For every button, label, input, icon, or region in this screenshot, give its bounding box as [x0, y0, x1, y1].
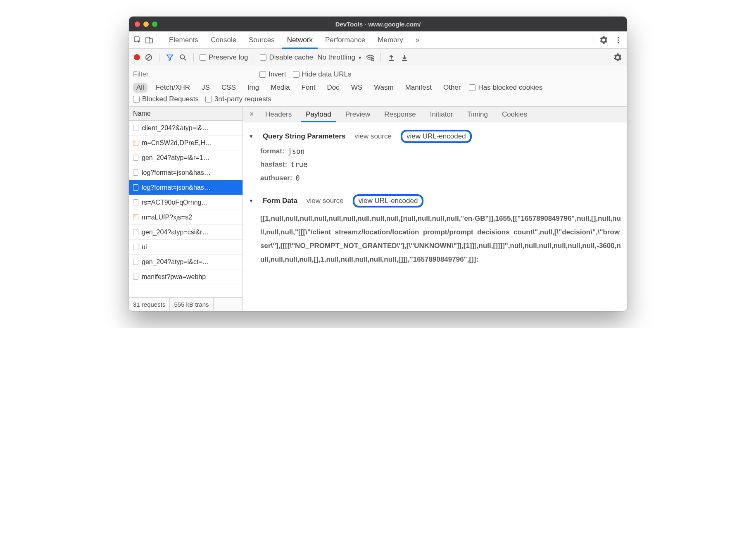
blocked-requests-checkbox[interactable]: Blocked Requests: [133, 95, 199, 103]
tab-sources[interactable]: Sources: [244, 31, 279, 48]
tab-elements[interactable]: Elements: [164, 31, 203, 48]
upload-har-icon[interactable]: [387, 53, 396, 62]
request-name: rs=ACT90oFqOrnng…: [142, 199, 208, 206]
search-icon[interactable]: [178, 53, 188, 62]
detail-tab-timing[interactable]: Timing: [462, 107, 492, 122]
checkbox-icon: [259, 71, 266, 78]
svg-point-5: [618, 42, 619, 43]
detail-tab-response[interactable]: Response: [379, 107, 421, 122]
filter-type-wasm[interactable]: Wasm: [371, 83, 397, 93]
request-row[interactable]: client_204?&atyp=i&…: [129, 121, 242, 136]
request-name: m=CnSW2d,DPreE,H…: [142, 139, 212, 147]
form-data-body: [[1,null,null,null,null,null,null,null,n…: [249, 209, 621, 267]
request-row[interactable]: ui: [129, 240, 242, 255]
invert-checkbox[interactable]: Invert: [259, 70, 286, 79]
query-param-row: authuser:0: [249, 172, 621, 185]
filter-type-media[interactable]: Media: [267, 83, 293, 93]
disclosure-triangle-icon[interactable]: ▼: [249, 198, 254, 204]
detail-tab-headers[interactable]: Headers: [260, 107, 297, 122]
separator: [159, 36, 159, 45]
request-name: gen_204?atyp=i&r=1…: [142, 154, 210, 162]
request-row[interactable]: manifest?pwa=webhp: [129, 270, 242, 284]
detail-tabbar: × Headers Payload Preview Response Initi…: [243, 107, 627, 122]
request-row[interactable]: gen_204?atyp=csi&r…: [129, 225, 242, 240]
settings-gear-icon[interactable]: [599, 36, 608, 45]
inspect-element-icon[interactable]: [133, 36, 142, 45]
form-view-source-link[interactable]: view source: [307, 197, 344, 205]
has-blocked-cookies-label: Has blocked cookies: [478, 83, 542, 92]
request-row[interactable]: m=CnSW2d,DPreE,H…: [129, 136, 242, 150]
minimize-window-button[interactable]: [143, 21, 149, 27]
query-view-url-encoded-link[interactable]: view URL-encoded: [401, 130, 472, 143]
detail-tab-initiator[interactable]: Initiator: [425, 107, 458, 122]
filter-type-other[interactable]: Other: [440, 83, 464, 93]
svg-point-3: [618, 37, 619, 38]
checkbox-icon: [200, 54, 206, 61]
download-har-icon[interactable]: [400, 53, 409, 62]
throttling-value: No throttling: [317, 53, 355, 62]
main-tabbar: Elements Console Sources Network Perform…: [129, 31, 627, 49]
form-view-url-encoded-link[interactable]: view URL-encoded: [353, 194, 424, 207]
tab-network[interactable]: Network: [282, 32, 318, 49]
param-key: format:: [260, 145, 285, 158]
request-list-header: Name: [129, 107, 242, 121]
filter-type-doc[interactable]: Doc: [324, 83, 343, 93]
filter-type-js[interactable]: JS: [198, 83, 213, 93]
detail-tab-payload[interactable]: Payload: [301, 107, 336, 122]
filter-icon[interactable]: [165, 53, 174, 62]
request-row[interactable]: gen_204?atyp=i&ct=…: [129, 255, 242, 270]
disable-cache-checkbox[interactable]: Disable cache: [260, 53, 313, 62]
detail-tab-cookies[interactable]: Cookies: [497, 107, 532, 122]
third-party-requests-checkbox[interactable]: 3rd-party requests: [205, 95, 271, 103]
request-row[interactable]: gen_204?atyp=i&r=1…: [129, 150, 242, 165]
request-name: gen_204?atyp=csi&r…: [142, 229, 209, 236]
request-row[interactable]: log?format=json&has…: [129, 165, 242, 180]
network-conditions-icon[interactable]: [366, 53, 375, 62]
filter-type-manifest[interactable]: Manifest: [402, 83, 435, 93]
query-view-source-link[interactable]: view source: [354, 132, 392, 141]
hide-data-urls-checkbox[interactable]: Hide data URLs: [293, 70, 352, 79]
detail-tab-preview[interactable]: Preview: [340, 107, 375, 122]
param-value: json: [288, 145, 305, 158]
tab-memory[interactable]: Memory: [373, 31, 408, 48]
form-data-section: ▼ Form Data view source view URL-encoded…: [249, 190, 621, 270]
tab-more[interactable]: »: [411, 31, 424, 48]
svg-point-8: [181, 55, 185, 59]
kebab-menu-icon[interactable]: [614, 36, 623, 45]
network-settings-gear-icon[interactable]: [613, 53, 622, 62]
script-file-icon: [133, 214, 138, 220]
device-toolbar-icon[interactable]: [145, 36, 154, 45]
request-row[interactable]: m=aLUfP?xjs=s2: [129, 210, 242, 225]
close-window-button[interactable]: [135, 21, 140, 27]
close-panel-icon[interactable]: ×: [247, 110, 256, 119]
query-string-title: Query String Parameters: [263, 132, 345, 141]
request-row[interactable]: rs=ACT90oFqOrnng…: [129, 195, 242, 210]
filter-type-ws[interactable]: WS: [348, 83, 366, 93]
disclosure-triangle-icon[interactable]: ▼: [249, 134, 254, 139]
document-file-icon: [133, 229, 138, 235]
filter-type-img[interactable]: Img: [244, 83, 262, 93]
separator: [254, 53, 254, 62]
filter-type-fetch[interactable]: Fetch/XHR: [152, 83, 193, 93]
zoom-window-button[interactable]: [152, 21, 157, 27]
document-file-icon: [133, 169, 138, 176]
separator: [380, 53, 381, 62]
request-name: gen_204?atyp=i&ct=…: [142, 258, 209, 266]
request-count: 31 requests: [129, 298, 170, 311]
form-data-title: Form Data: [263, 197, 297, 205]
request-list-footer: 31 requests 555 kB trans: [129, 297, 242, 311]
tab-console[interactable]: Console: [206, 31, 241, 48]
has-blocked-cookies-checkbox[interactable]: Has blocked cookies: [469, 83, 542, 92]
separator: [193, 53, 194, 62]
filter-type-css[interactable]: CSS: [218, 83, 239, 93]
filter-type-all[interactable]: All: [133, 83, 147, 93]
preserve-log-checkbox[interactable]: Preserve log: [200, 53, 248, 62]
throttling-dropdown[interactable]: No throttling: [317, 53, 361, 62]
filter-type-font[interactable]: Font: [298, 83, 319, 93]
request-row[interactable]: log?format=json&has…: [129, 180, 242, 195]
record-button[interactable]: [134, 54, 140, 60]
filter-input[interactable]: [133, 69, 253, 80]
tab-performance[interactable]: Performance: [320, 31, 370, 48]
request-list: client_204?&atyp=i&…m=CnSW2d,DPreE,H…gen…: [129, 121, 242, 297]
clear-icon[interactable]: [144, 53, 153, 62]
